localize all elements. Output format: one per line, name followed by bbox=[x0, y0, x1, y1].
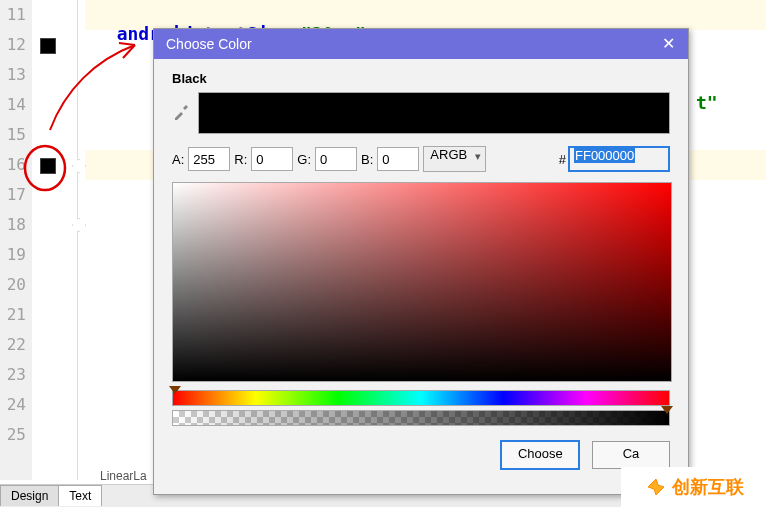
color-name-label: Black bbox=[172, 71, 670, 86]
watermark-logo: 创新互联 bbox=[621, 467, 766, 507]
eyedropper-icon[interactable] bbox=[172, 103, 190, 124]
line-number: 16 bbox=[0, 150, 26, 180]
line-number: 15 bbox=[0, 120, 26, 150]
hex-input[interactable]: FF000000 bbox=[568, 146, 670, 172]
color-mode-select[interactable]: ARGB bbox=[423, 146, 486, 172]
blue-label: B: bbox=[361, 152, 373, 167]
line-number: 18 bbox=[0, 210, 26, 240]
choose-button[interactable]: Choose bbox=[500, 440, 580, 470]
line-number: 25 bbox=[0, 420, 26, 450]
saturation-brightness-field[interactable] bbox=[172, 182, 672, 382]
hue-slider-row bbox=[172, 390, 670, 404]
line-number: 23 bbox=[0, 360, 26, 390]
color-preview bbox=[198, 92, 670, 134]
alpha-slider[interactable] bbox=[172, 410, 670, 426]
dialog-titlebar[interactable]: Choose Color ✕ bbox=[154, 29, 688, 59]
hue-slider[interactable] bbox=[172, 390, 670, 406]
line-number: 19 bbox=[0, 240, 26, 270]
gutter-color-swatch[interactable] bbox=[40, 158, 56, 174]
color-picker-dialog: Choose Color ✕ Black A: R: G: B: ARGB # … bbox=[153, 28, 689, 495]
cancel-button[interactable]: Ca bbox=[592, 441, 670, 469]
dialog-title: Choose Color bbox=[166, 36, 252, 52]
green-label: G: bbox=[297, 152, 311, 167]
hash-label: # bbox=[559, 152, 566, 167]
tab-design[interactable]: Design bbox=[0, 485, 59, 506]
value-row: A: R: G: B: ARGB # FF000000 bbox=[172, 146, 670, 172]
line-number: 17 bbox=[0, 180, 26, 210]
code-peek: t" bbox=[696, 92, 718, 113]
alpha-label: A: bbox=[172, 152, 184, 167]
red-input[interactable] bbox=[251, 147, 293, 171]
gutter-color-swatch[interactable] bbox=[40, 38, 56, 54]
fold-marker-icon[interactable] bbox=[72, 159, 86, 173]
fold-guide bbox=[77, 0, 78, 480]
line-number: 12 bbox=[0, 30, 26, 60]
alpha-handle-icon[interactable] bbox=[661, 406, 673, 414]
line-number: 11 bbox=[0, 0, 26, 30]
line-number: 21 bbox=[0, 300, 26, 330]
red-label: R: bbox=[234, 152, 247, 167]
line-number: 22 bbox=[0, 330, 26, 360]
line-number: 20 bbox=[0, 270, 26, 300]
alpha-slider-row bbox=[172, 410, 670, 424]
breadcrumb[interactable]: LinearLa bbox=[100, 469, 147, 483]
line-gutter: 11 12 13 14 15 16 17 18 19 20 21 22 23 2… bbox=[0, 0, 32, 480]
fold-marker-icon[interactable] bbox=[72, 218, 86, 232]
blue-input[interactable] bbox=[377, 147, 419, 171]
green-input[interactable] bbox=[315, 147, 357, 171]
hue-handle-icon[interactable] bbox=[169, 386, 181, 394]
line-number: 13 bbox=[0, 60, 26, 90]
line-number: 14 bbox=[0, 90, 26, 120]
line-number: 24 bbox=[0, 390, 26, 420]
close-icon[interactable]: ✕ bbox=[648, 29, 688, 59]
tab-text[interactable]: Text bbox=[58, 485, 102, 506]
alpha-input[interactable] bbox=[188, 147, 230, 171]
